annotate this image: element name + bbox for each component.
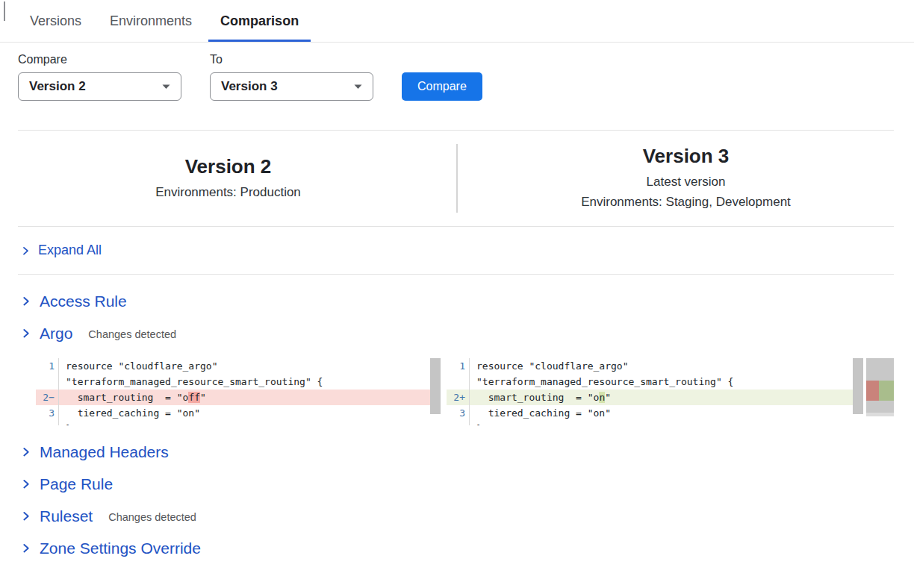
code-text: resource "cloudflare_argo" xyxy=(58,358,218,374)
code-line: 3 tiered_caching = "on" xyxy=(36,405,441,421)
diff-panel-left[interactable]: 1resource "cloudflare_argo""terraform_ma… xyxy=(36,358,441,425)
line-number: 2− xyxy=(36,390,58,405)
compare-form: Compare Version 2 To Version 3 Compare xyxy=(18,53,914,101)
code-line: 2+ smart_routing = "on" xyxy=(447,390,863,405)
expand-all-button[interactable]: Expand All xyxy=(0,227,914,274)
line-number: 3 xyxy=(36,405,58,421)
code-text: tiered_caching = "on" xyxy=(58,405,200,421)
line-number xyxy=(36,421,58,425)
line-number: 1 xyxy=(447,358,469,374)
diff-word-highlight: ff xyxy=(188,392,200,403)
diff-panel-right[interactable]: 1resource "cloudflare_argo""terraform_ma… xyxy=(447,358,863,425)
code-line: 2− smart_routing = "off" xyxy=(36,390,441,405)
code-line: 1resource "cloudflare_argo" xyxy=(36,358,441,374)
code-right: 1resource "cloudflare_argo""terraform_ma… xyxy=(447,358,863,425)
expand-all-label: Expand All xyxy=(38,243,102,258)
scrollbar-thumb[interactable] xyxy=(853,358,863,414)
section-zone-settings-override[interactable]: Zone Settings Override xyxy=(0,532,914,564)
changes-detected-badge: Changes detected xyxy=(108,509,196,523)
tab-bar: Versions Environments Comparison xyxy=(0,0,914,43)
code-text: tiered_caching = "on" xyxy=(469,405,611,421)
line-number: 2+ xyxy=(447,390,469,405)
tab-environments[interactable]: Environments xyxy=(98,0,204,42)
section-label: Page Rule xyxy=(40,475,113,493)
minimap-footer xyxy=(866,413,894,416)
line-number xyxy=(36,374,58,390)
line-number: 1 xyxy=(36,358,58,374)
section-label: Argo xyxy=(40,325,72,343)
chevron-right-icon xyxy=(21,328,31,338)
left-diff-scrollbar[interactable] xyxy=(430,358,441,425)
left-version-environments: Environments: Production xyxy=(155,182,301,202)
line-number: 3 xyxy=(447,405,469,421)
code-left: 1resource "cloudflare_argo""terraform_ma… xyxy=(36,358,441,425)
chevron-right-icon xyxy=(21,246,30,255)
chevron-right-icon xyxy=(21,479,31,489)
changes-detected-badge: Changes detected xyxy=(88,326,176,340)
minimap-removed-marker xyxy=(866,381,879,401)
line-number xyxy=(447,421,469,425)
code-text: "terraform_managed_resource_smart_routin… xyxy=(58,374,323,390)
version-header-right: Version 3 Latest version Environments: S… xyxy=(458,145,914,212)
section-label: Access Rule xyxy=(40,293,127,310)
chevron-right-icon xyxy=(21,296,31,306)
code-line: 3 tiered_caching = "on" xyxy=(447,405,863,421)
resource-sections: Access Rule Argo Changes detected 1resou… xyxy=(0,275,914,564)
scrollbar-thumb[interactable] xyxy=(430,358,441,414)
caret-down-icon xyxy=(162,84,170,90)
section-managed-headers[interactable]: Managed Headers xyxy=(0,436,914,468)
compare-to-field: To Version 3 xyxy=(210,53,373,101)
line-number xyxy=(447,374,469,390)
right-version-latest: Latest version xyxy=(647,172,726,192)
code-line: } xyxy=(447,421,863,425)
compare-from-label: Compare xyxy=(18,53,181,66)
minimap-added-marker xyxy=(879,381,894,401)
section-page-rule[interactable]: Page Rule xyxy=(0,468,914,500)
right-version-title: Version 3 xyxy=(643,145,730,168)
section-ruleset[interactable]: Ruleset Changes detected xyxy=(0,500,914,532)
argo-diff-view: 1resource "cloudflare_argo""terraform_ma… xyxy=(36,358,914,425)
right-diff-scrollbar[interactable] xyxy=(853,358,863,425)
section-label: Zone Settings Override xyxy=(40,539,201,557)
section-label: Managed Headers xyxy=(40,443,169,461)
compare-to-value: Version 3 xyxy=(221,79,278,94)
tab-comparison[interactable]: Comparison xyxy=(208,0,311,42)
compare-from-value: Version 2 xyxy=(29,79,86,94)
tab-versions[interactable]: Versions xyxy=(18,0,93,42)
compare-to-select[interactable]: Version 3 xyxy=(210,72,373,101)
section-access-rule[interactable]: Access Rule xyxy=(0,285,914,317)
code-text: } xyxy=(58,421,72,425)
compare-button[interactable]: Compare xyxy=(402,72,482,101)
chevron-right-icon xyxy=(21,511,31,521)
code-line: 1resource "cloudflare_argo" xyxy=(447,358,863,374)
version-header-left: Version 2 Environments: Production xyxy=(0,155,456,202)
code-line: "terraform_managed_resource_smart_routin… xyxy=(447,374,863,390)
left-version-title: Version 2 xyxy=(185,155,272,178)
code-text: } xyxy=(469,421,482,425)
section-label: Ruleset xyxy=(40,507,93,525)
code-line: "terraform_managed_resource_smart_routin… xyxy=(36,374,441,390)
code-line: } xyxy=(36,421,441,425)
code-text: "terraform_managed_resource_smart_routin… xyxy=(469,374,733,390)
version-headers: Version 2 Environments: Production Versi… xyxy=(0,131,914,226)
code-text: resource "cloudflare_argo" xyxy=(469,358,629,374)
section-argo[interactable]: Argo Changes detected xyxy=(0,317,914,349)
screen-edge-artifact xyxy=(4,1,5,21)
chevron-right-icon xyxy=(21,543,31,553)
diff-minimap[interactable] xyxy=(866,358,894,416)
compare-from-field: Compare Version 2 xyxy=(18,53,181,101)
code-text: smart_routing = "off" xyxy=(58,390,206,405)
compare-from-select[interactable]: Version 2 xyxy=(18,72,181,101)
right-version-environments: Environments: Staging, Development xyxy=(581,192,791,212)
chevron-right-icon xyxy=(21,447,31,457)
compare-to-label: To xyxy=(210,53,373,66)
code-text: smart_routing = "on" xyxy=(469,390,611,405)
caret-down-icon xyxy=(354,84,362,90)
